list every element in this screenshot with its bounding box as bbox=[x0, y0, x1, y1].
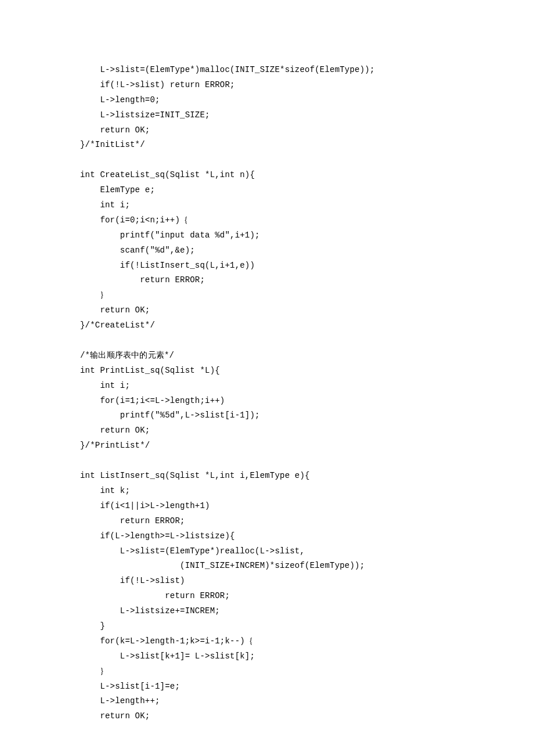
document-page: L->slist=(ElemType*)malloc(INIT_SIZE*siz… bbox=[0, 0, 534, 756]
code-block: L->slist=(ElemType*)malloc(INIT_SIZE*siz… bbox=[80, 63, 534, 724]
